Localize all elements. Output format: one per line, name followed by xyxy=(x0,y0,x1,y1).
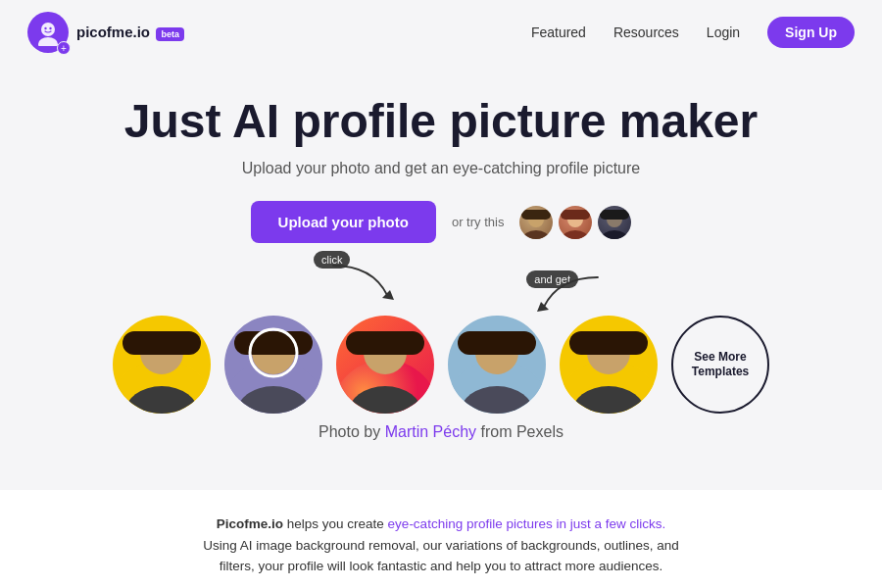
bottom-line3: filters, your profile will look fantasti… xyxy=(220,559,662,573)
logo-text: picofme.io xyxy=(76,24,150,40)
svg-point-12 xyxy=(601,230,628,239)
hero-title: Just AI profile picture maker xyxy=(20,94,862,148)
eye-catching-link[interactable]: eye-catching profile pictures in just a … xyxy=(388,516,666,531)
signup-button[interactable]: Sign Up xyxy=(767,17,855,48)
brand-name: Picofme.io xyxy=(217,516,283,531)
nav: Featured Resources Login Sign Up xyxy=(531,17,855,48)
svg-rect-34 xyxy=(569,331,648,355)
template-4[interactable] xyxy=(448,316,546,414)
svg-rect-11 xyxy=(600,210,629,220)
svg-marker-14 xyxy=(537,302,549,312)
template-1[interactable] xyxy=(113,316,211,414)
bottom-section: Picofme.io helps you create eye-catching… xyxy=(0,490,882,588)
svg-rect-21 xyxy=(234,331,313,355)
or-try-text: or try this xyxy=(452,215,504,229)
svg-point-0 xyxy=(41,23,55,36)
sample-avatar-2[interactable] xyxy=(559,206,592,239)
template-5[interactable] xyxy=(560,316,658,414)
nav-featured[interactable]: Featured xyxy=(531,24,586,40)
svg-point-3 xyxy=(49,27,51,29)
click-arrow-icon xyxy=(323,261,402,305)
nav-login[interactable]: Login xyxy=(707,24,740,40)
header: + picofme.io beta Featured Resources Log… xyxy=(0,0,882,65)
get-arrow-icon xyxy=(529,272,608,317)
bottom-line1: helps you create eye-catching profile pi… xyxy=(287,516,665,531)
logo-plus-icon: + xyxy=(57,41,71,55)
template-2[interactable] xyxy=(224,316,322,414)
hero-subtitle: Upload your photo and get an eye-catchin… xyxy=(20,160,862,177)
svg-rect-26 xyxy=(346,331,424,355)
arrows-area: click and get xyxy=(20,243,862,312)
upload-button[interactable]: Upload your photo xyxy=(251,201,436,243)
logo-icon: + xyxy=(27,12,69,53)
hero-section: Just AI profile picture maker Upload you… xyxy=(0,65,882,474)
cta-row: Upload your photo or try this xyxy=(20,201,862,243)
svg-point-6 xyxy=(522,230,550,239)
template-3[interactable] xyxy=(336,316,434,414)
svg-marker-13 xyxy=(382,290,394,300)
logo-area: + picofme.io beta xyxy=(27,12,184,53)
svg-rect-5 xyxy=(521,210,551,220)
svg-point-2 xyxy=(44,27,46,29)
see-more-button[interactable]: See MoreTemplates xyxy=(671,316,769,414)
sample-avatar-3[interactable] xyxy=(598,206,631,239)
svg-point-9 xyxy=(562,230,589,239)
beta-badge: beta xyxy=(156,27,184,41)
svg-rect-8 xyxy=(561,210,590,220)
sample-avatar-1[interactable] xyxy=(519,206,553,239)
bottom-line2: Using AI image background removal, our v… xyxy=(203,538,679,553)
sample-avatars xyxy=(519,206,631,239)
see-more-text: See MoreTemplates xyxy=(692,350,749,380)
templates-row: See MoreTemplates xyxy=(20,316,862,414)
svg-point-1 xyxy=(38,37,58,46)
photo-credit-link[interactable]: Martin Péchy xyxy=(385,423,476,440)
svg-rect-30 xyxy=(458,331,536,355)
photo-credit: Photo by Martin Péchy from Pexels xyxy=(20,423,862,441)
nav-resources[interactable]: Resources xyxy=(613,24,679,40)
bottom-description: Picofme.io helps you create eye-catching… xyxy=(176,514,706,577)
svg-rect-17 xyxy=(122,331,201,355)
